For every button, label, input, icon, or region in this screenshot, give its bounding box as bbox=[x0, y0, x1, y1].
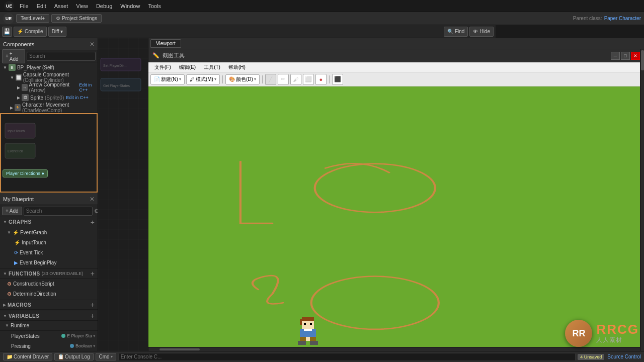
hide-btn[interactable]: 👁 Hide bbox=[469, 27, 494, 37]
functions-section-header[interactable]: ▼ FUNCTIONS (33 OVERRIDABLE) + bbox=[0, 268, 98, 279]
draw-new-btn[interactable]: 📄 新建(N) ▾ bbox=[150, 74, 185, 84]
h-scrollbar[interactable] bbox=[148, 347, 644, 351]
draw-maximize-btn[interactable]: □ bbox=[621, 52, 630, 60]
cmd-label: Cmd bbox=[99, 354, 110, 359]
svg-rect-15 bbox=[304, 323, 306, 325]
construction-script-item[interactable]: ⚙ ConstructionScript bbox=[0, 279, 98, 289]
component-search-input[interactable] bbox=[27, 52, 96, 61]
tool-brush-btn[interactable]: 🖌 bbox=[290, 74, 301, 85]
svg-rect-13 bbox=[302, 317, 314, 321]
var-player-states[interactable]: PlayerStates E Player Sta ▾ bbox=[0, 331, 98, 341]
input-touch-item[interactable]: ⚡ InputTouch bbox=[0, 237, 98, 247]
player-directions-node[interactable]: Player Directions ● bbox=[3, 169, 48, 177]
menu-edit[interactable]: Edit bbox=[34, 3, 49, 9]
draw-color-btn[interactable]: 🎨 颜色(D) ▾ bbox=[225, 74, 260, 84]
diff-btn[interactable]: Diff ▾ bbox=[48, 27, 67, 37]
components-close-btn[interactable]: ✕ bbox=[90, 41, 95, 48]
bp-search-input[interactable] bbox=[24, 207, 93, 216]
macros-section-header[interactable]: ▶ MACROS + bbox=[0, 300, 98, 310]
bp-settings-icon[interactable]: ⚙ bbox=[94, 208, 98, 215]
console-input[interactable] bbox=[118, 353, 576, 361]
input-touch-label: InputTouch bbox=[22, 240, 46, 245]
draw-toolbar: 📄 新建(N) ▾ 🖊 模式(M) ▾ 🎨 颜色(D) ▾ ╱ bbox=[148, 72, 644, 86]
components-panel-header: Components ✕ bbox=[0, 38, 98, 50]
svg-point-9 bbox=[315, 164, 435, 213]
pixel-character bbox=[292, 313, 324, 345]
find-btn[interactable]: 🔍 Find bbox=[444, 27, 468, 37]
variables-add-btn[interactable]: + bbox=[91, 312, 95, 320]
cmd-btn[interactable]: Cmd ▾ bbox=[96, 353, 116, 360]
tool-pencil-btn[interactable]: ✏ bbox=[278, 74, 289, 85]
content-drawer-icon: 📁 bbox=[7, 354, 13, 359]
my-blueprint-close[interactable]: ✕ bbox=[90, 196, 95, 203]
project-settings-btn[interactable]: ⚙ Project Settings bbox=[51, 14, 102, 23]
bottom-bar: 📁 Content Drawer 📋 Output Log Cmd ▾ 4 Un… bbox=[0, 351, 644, 362]
pd-node-label: Player Directions ● bbox=[6, 171, 44, 176]
menu-asset[interactable]: Asset bbox=[52, 3, 71, 9]
unsaved-badge: 4 Unsaved bbox=[578, 354, 604, 360]
tool-line-btn[interactable]: ╱ bbox=[265, 74, 276, 85]
source-control-label[interactable]: Source Control bbox=[607, 354, 641, 359]
mode-icon: 🖊 bbox=[190, 76, 195, 82]
arrow-edit-link[interactable]: Edit in C++ bbox=[79, 82, 98, 93]
determine-direction-item[interactable]: ⚙ DetermineDirection bbox=[0, 289, 98, 299]
parent-class-value[interactable]: Paper Character bbox=[604, 16, 641, 21]
event-begin-play-item[interactable]: ▶ Event BeginPlay bbox=[0, 257, 98, 267]
tool-fill-btn[interactable]: ● bbox=[315, 74, 327, 85]
tree-item-charmovement[interactable]: ▶ 🏃 Character Movement (CharMoveComp) bbox=[0, 103, 98, 113]
color-icon: 🎨 bbox=[229, 76, 235, 82]
menu-window[interactable]: Window bbox=[118, 3, 142, 9]
v-scrollbar-main[interactable] bbox=[640, 49, 644, 351]
svg-rect-14 bbox=[300, 319, 302, 325]
draw-close-btn[interactable]: ✕ bbox=[631, 52, 640, 60]
draw-menu-tools[interactable]: 工具(T) bbox=[200, 63, 224, 71]
content-drawer-btn[interactable]: 📁 Content Drawer bbox=[3, 353, 52, 360]
macros-add-btn[interactable]: + bbox=[91, 301, 95, 309]
player-states-name: PlayerStates bbox=[11, 333, 61, 339]
draw-minimize-btn[interactable]: ─ bbox=[611, 52, 620, 60]
variables-section-header[interactable]: ▼ VARIABLES + bbox=[0, 311, 98, 321]
draw-canvas[interactable] bbox=[148, 86, 644, 347]
tree-item-arrow[interactable]: ▶ → Arrow Component (Arrow) Edit in C++ bbox=[0, 82, 98, 93]
draw-menu-edit[interactable]: 编辑(E) bbox=[175, 63, 200, 71]
diff-label: Diff ▾ bbox=[52, 29, 63, 34]
functions-title: FUNCTIONS bbox=[9, 271, 40, 277]
runtime-group-header[interactable]: ▼ Runtime bbox=[0, 321, 98, 331]
menu-file[interactable]: File bbox=[17, 3, 31, 9]
add-component-btn[interactable]: + + Add bbox=[2, 49, 25, 63]
event-tick-item[interactable]: ⟳ Event Tick bbox=[0, 247, 98, 257]
content-drawer-label: Content Drawer bbox=[14, 354, 49, 359]
save-icon[interactable]: 💾 bbox=[2, 27, 12, 37]
compile-btn[interactable]: ⚡ Compile bbox=[14, 27, 47, 37]
draw-menu-file[interactable]: 文件(F) bbox=[150, 63, 175, 71]
var-pressing[interactable]: Pressing Boolean ▾ bbox=[0, 341, 98, 351]
watermark-sub: 人人素材 bbox=[596, 336, 639, 344]
viewport-tab[interactable]: Viewport bbox=[150, 39, 181, 48]
tree-item-capsule[interactable]: ▼ ⬜ Capsule Component (CollisionCylinder… bbox=[0, 72, 98, 82]
functions-add-btn[interactable]: + bbox=[91, 269, 95, 278]
level-tab[interactable]: TestLevel+ bbox=[16, 14, 49, 23]
menu-debug[interactable]: Debug bbox=[94, 3, 115, 9]
tool-extra1[interactable]: ⬛ bbox=[332, 74, 343, 85]
draw-mode-btn[interactable]: 🖊 模式(M) ▾ bbox=[186, 74, 220, 84]
add-label: + Add bbox=[10, 51, 22, 62]
svg-rect-22 bbox=[304, 329, 312, 331]
draw-menu-help[interactable]: 帮助(H) bbox=[224, 63, 250, 71]
sprite-edit-link[interactable]: Edit in C++ bbox=[66, 95, 89, 100]
tree-item-bp-player[interactable]: ▼ B BP_Player (Self) bbox=[0, 62, 98, 72]
graphs-add-btn[interactable]: + bbox=[91, 218, 95, 226]
capsule-label: Capsule Component (CollisionCylinder) bbox=[23, 72, 98, 83]
components-title: Components bbox=[3, 41, 34, 47]
graphs-event-graph[interactable]: ▼ ⚡ EventGraph bbox=[0, 227, 98, 237]
tree-item-sprite[interactable]: ▶ 🖼 Sprite (Sprite0) Edit in C++ bbox=[0, 93, 98, 103]
compile-label: Compile bbox=[25, 29, 43, 34]
tool-eraser-btn[interactable]: ⬜ bbox=[303, 74, 314, 85]
graphs-section-header[interactable]: ▼ GRAPHS + bbox=[0, 217, 98, 227]
variables-title: VARIABLES bbox=[9, 313, 40, 319]
svg-text:EventTick: EventTick bbox=[8, 149, 23, 153]
add-bp-btn[interactable]: + Add bbox=[2, 207, 22, 215]
menu-tools[interactable]: Tools bbox=[145, 3, 164, 9]
mode-label: 模式(M) bbox=[196, 76, 213, 83]
menu-view[interactable]: View bbox=[73, 3, 91, 9]
output-log-btn[interactable]: 📋 Output Log bbox=[54, 353, 93, 360]
